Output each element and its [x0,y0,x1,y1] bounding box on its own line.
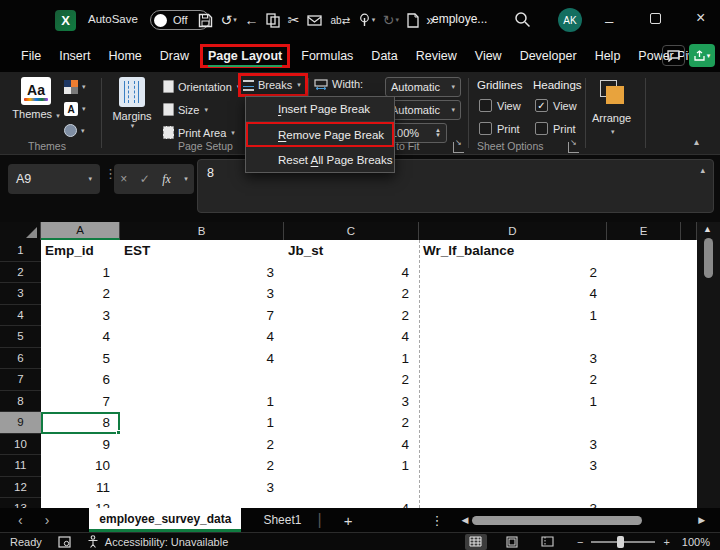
cell-B3[interactable]: 3 [120,283,284,305]
theme-fonts-button[interactable]: A▾ [64,102,86,116]
select-all-corner[interactable] [0,222,41,240]
cut-icon[interactable]: ✂ [288,12,300,28]
scroll-up-icon[interactable]: ▲ [703,224,712,234]
tab-review[interactable]: Review [409,45,464,67]
save-icon[interactable] [198,13,213,28]
row-header-7[interactable]: 7 [0,369,41,391]
row-header-9[interactable]: 9 [0,412,41,434]
tab-formulas[interactable]: Formulas [294,45,360,67]
excel-logo-icon[interactable]: X [55,10,76,31]
headings-print-checkbox[interactable]: Print [535,122,576,135]
close-button[interactable]: × [696,9,705,27]
minimize-button[interactable]: – [605,12,613,29]
cell-E5[interactable] [607,326,681,348]
copy-icon[interactable] [266,13,280,28]
cell-E4[interactable] [607,305,681,327]
cell-D3[interactable]: 4 [419,283,607,305]
column-header-E[interactable]: E [607,222,681,240]
cell-C9[interactable]: 2 [284,412,419,434]
cell-A11[interactable]: 10 [41,455,120,477]
back-arrow-icon[interactable]: ← [244,12,258,28]
column-header-A[interactable]: A [41,222,120,240]
cell-C3[interactable]: 2 [284,283,419,305]
cell-D2[interactable]: 2 [419,262,607,284]
account-avatar[interactable]: AK [558,8,582,32]
cell-B10[interactable]: 2 [120,434,284,456]
undo-icon[interactable]: ↺▾ [221,12,237,28]
find-replace-icon[interactable]: ab⇄ [331,15,351,26]
hscroll-left-icon[interactable]: ◀ [461,515,468,525]
row-header-13[interactable]: 13 [0,498,41,508]
sheet-more-icon[interactable]: ⋮ [430,513,443,528]
cell-E1[interactable] [607,240,681,262]
cell-D6[interactable]: 3 [419,348,607,370]
name-box[interactable]: A9▾ [8,164,100,194]
menu-item-remove-page-break[interactable]: Remove Page Break [246,122,394,147]
cell-C7[interactable]: 2 [284,369,419,391]
cell-E8[interactable] [607,391,681,413]
email-icon[interactable] [307,14,323,27]
tab-home[interactable]: Home [101,45,148,67]
row-header-12[interactable]: 12 [0,477,41,499]
cell-C5[interactable]: 4 [284,326,419,348]
search-icon[interactable] [514,11,531,32]
zoom-out-button[interactable]: − [577,536,583,548]
cell-D8[interactable]: 1 [419,391,607,413]
cell-D1[interactable]: Wr_lf_balance [419,240,607,262]
cell-E12[interactable] [607,477,681,499]
cell-C10[interactable]: 4 [284,434,419,456]
row-header-1[interactable]: 1 [0,240,41,262]
row-header-6[interactable]: 6 [0,348,41,370]
size-button[interactable]: Size▾ [163,103,208,116]
row-header-8[interactable]: 8 [0,391,41,413]
maximize-button[interactable] [650,13,661,24]
cell-C2[interactable]: 4 [284,262,419,284]
breaks-button[interactable]: Breaks▾ [238,73,308,97]
sheet-tab-sheet1[interactable]: Sheet1 [263,513,301,527]
cell-A12[interactable]: 11 [41,477,120,499]
cell-B6[interactable]: 4 [120,348,284,370]
cell-D12[interactable] [419,477,607,499]
tab-page-layout[interactable]: Page Layout [200,44,290,68]
cell-B1[interactable]: EST [120,240,284,262]
print-area-button[interactable]: Print Area▾ [163,126,235,139]
hscroll-right-icon[interactable]: ▶ [698,515,705,525]
collapse-ribbon-icon[interactable]: ▴ [694,136,699,147]
cell-A4[interactable]: 3 [41,305,120,327]
cancel-icon[interactable]: × [120,172,127,186]
cell-D11[interactable]: 3 [419,455,607,477]
cell-B8[interactable]: 1 [120,391,284,413]
row-header-3[interactable]: 3 [0,283,41,305]
cell-C13[interactable]: 4 [284,498,419,508]
cell-C6[interactable]: 1 [284,348,419,370]
headings-view-checkbox[interactable]: ✓View [535,99,577,112]
cell-B4[interactable]: 7 [120,305,284,327]
cell-D13[interactable]: 3 [419,498,607,508]
cell-C4[interactable]: 2 [284,305,419,327]
cell-E7[interactable] [607,369,681,391]
insert-function-icon[interactable]: fx [162,172,171,187]
accessibility-status[interactable]: Accessibility: Unavailable [105,536,229,548]
cell-C1[interactable]: Jb_st [284,240,419,262]
cell-C11[interactable]: 1 [284,455,419,477]
tab-developer[interactable]: Developer [513,45,584,67]
themes-button[interactable]: Aa Themes ▾ [10,77,62,120]
scale-to-fit-dialog-launcher[interactable] [453,142,464,153]
cell-E10[interactable] [607,434,681,456]
vertical-scroll-thumb[interactable] [704,238,713,278]
column-header-C[interactable]: C [284,222,419,240]
row-header-5[interactable]: 5 [0,326,41,348]
column-header-partial[interactable] [681,222,697,240]
touch-mode-icon[interactable]: ▾ [358,13,376,27]
row-header-11[interactable]: 11 [0,455,41,477]
cell-A5[interactable]: 4 [41,326,120,348]
cell-B13[interactable] [120,498,284,508]
cell-A7[interactable]: 6 [41,369,120,391]
cell-B9[interactable]: 1 [120,412,284,434]
vertical-scrollbar[interactable]: ▲ [697,222,720,508]
orientation-button[interactable]: Orientation▾ [163,80,240,93]
cell-C12[interactable] [284,477,419,499]
cell-A2[interactable]: 1 [41,262,120,284]
accessibility-icon[interactable] [87,535,99,548]
cell-A6[interactable]: 5 [41,348,120,370]
